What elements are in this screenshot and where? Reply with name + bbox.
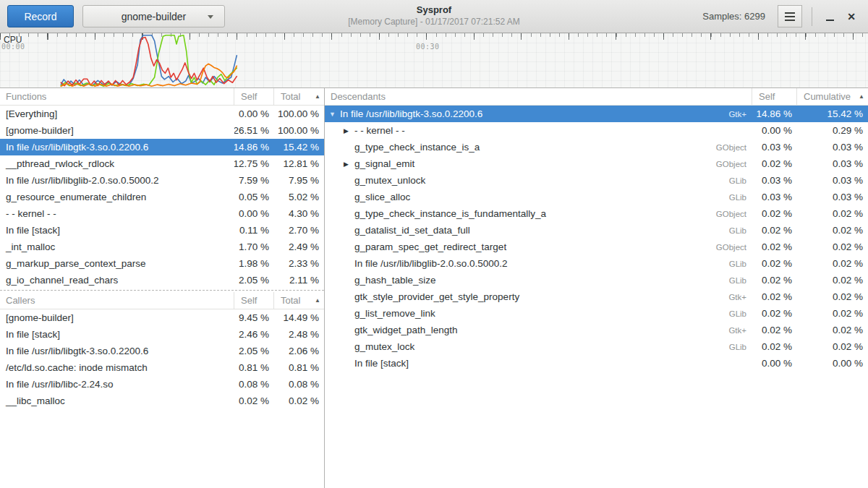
percent-value: 0.29 % (797, 122, 868, 139)
function-name: __pthread_rwlock_rdlock (6, 158, 114, 169)
table-row[interactable]: g_mutex_unlockGLib0.03 %0.03 % (325, 172, 868, 189)
library-tag: Gtk+ (728, 110, 752, 119)
library-tag: GObject (716, 143, 752, 152)
table-row[interactable]: g_param_spec_get_redirect_targetGObject0… (325, 239, 868, 255)
table-row[interactable]: g_type_check_instance_is_aGObject0.03 %0… (325, 139, 868, 155)
function-name-cell: g_datalist_id_set_data_fullGLib (325, 222, 752, 239)
function-name-cell: In file [stack] (325, 355, 752, 372)
function-name-cell: g_resource_enumerate_children (0, 189, 234, 205)
function-name-cell: _int_malloc (0, 239, 234, 255)
percent-value: 0.08 % (274, 376, 324, 393)
function-name-cell: In file /usr/lib/libglib-2.0.so.0.5000.2 (0, 172, 234, 189)
column-header-total[interactable]: Total ▲ (274, 292, 324, 309)
table-row[interactable]: g_datalist_id_set_data_fullGLib0.02 %0.0… (325, 222, 868, 239)
close-icon: ✕ (847, 11, 856, 22)
function-name-cell: In file [stack] (0, 222, 234, 239)
table-row[interactable]: g_resource_enumerate_children0.05 %5.02 … (0, 189, 324, 205)
percent-value: 2.05 % (234, 343, 274, 359)
library-tag: GLib (729, 176, 752, 185)
table-row[interactable]: In file /usr/lib/libglib-2.0.so.0.5000.2… (325, 255, 868, 272)
minimize-button[interactable] (819, 6, 841, 27)
table-row[interactable]: In file [stack]0.00 %0.00 % (325, 355, 868, 372)
function-name-cell: g_io_channel_read_chars (0, 272, 234, 288)
function-name-cell: [Everything] (0, 106, 234, 122)
table-row[interactable]: In file /usr/lib/libgtk-3.so.0.2200.614.… (0, 139, 324, 155)
table-row[interactable]: g_mutex_lockGLib0.02 %0.02 % (325, 338, 868, 355)
table-row[interactable]: g_markup_parse_context_parse1.98 %2.33 % (0, 255, 324, 272)
function-name-cell: g_mutex_lockGLib (325, 338, 752, 355)
table-row[interactable]: /etc/ld.so.cache: inode mismatch0.81 %0.… (0, 359, 324, 376)
descendants-rows: ▼In file /usr/lib/libgtk-3.so.0.2200.6Gt… (325, 106, 868, 488)
table-row[interactable]: ▶g_signal_emitGObject0.02 %0.03 % (325, 155, 868, 172)
table-row[interactable]: [Everything]0.00 %100.00 % (0, 106, 324, 122)
percent-value: 14.86 % (234, 139, 274, 155)
function-name-cell: In file [stack] (0, 326, 234, 343)
function-name: g_mutex_unlock (354, 175, 425, 186)
table-row[interactable]: __pthread_rwlock_rdlock12.75 %12.81 % (0, 155, 324, 172)
expander-closed-icon[interactable]: ▶ (344, 160, 354, 168)
cpu-usage-chart (0, 33, 868, 88)
percent-value: 2.70 % (274, 222, 324, 239)
function-name: g_signal_emit (354, 158, 414, 169)
table-row[interactable]: g_hash_table_sizeGLib0.02 %0.02 % (325, 272, 868, 288)
record-button[interactable]: Record (7, 5, 74, 27)
table-row[interactable]: g_list_remove_linkGLib0.02 %0.02 % (325, 305, 868, 322)
percent-value: 0.00 % (752, 122, 797, 139)
table-row[interactable]: g_type_check_instance_is_fundamentally_a… (325, 205, 868, 222)
column-header-total[interactable]: Total ▲ (274, 88, 324, 105)
table-row[interactable]: __libc_malloc0.02 %0.02 % (0, 393, 324, 409)
percent-value: 9.45 % (234, 309, 274, 326)
percent-value: 2.06 % (274, 343, 324, 359)
table-row[interactable]: [gnome-builder]9.45 %14.49 % (0, 309, 324, 326)
table-row[interactable]: In file [stack]0.11 %2.70 % (0, 222, 324, 239)
table-row[interactable]: [gnome-builder]26.51 %100.00 % (0, 122, 324, 139)
percent-value: 2.49 % (274, 239, 324, 255)
table-row[interactable]: In file [stack]2.46 %2.48 % (0, 326, 324, 343)
table-row[interactable]: In file /usr/lib/libgtk-3.so.0.2200.62.0… (0, 343, 324, 359)
function-name-cell: In file /usr/lib/libgtk-3.so.0.2200.6 (0, 343, 234, 359)
function-name-cell: g_mutex_unlockGLib (325, 172, 752, 189)
percent-value: 0.02 % (752, 155, 797, 172)
column-header-callers[interactable]: Callers (0, 292, 234, 309)
percent-value: 2.48 % (274, 326, 324, 343)
percent-value: 0.81 % (234, 359, 274, 376)
expander-open-icon[interactable]: ▼ (329, 111, 340, 118)
function-name: g_list_remove_link (354, 308, 435, 319)
column-header-self[interactable]: Self (234, 292, 274, 309)
percent-value: 0.03 % (752, 189, 797, 205)
percent-value: 2.46 % (234, 326, 274, 343)
function-name: In file /usr/lib/libc-2.24.so (6, 379, 114, 390)
table-row[interactable]: g_io_channel_read_chars2.05 %2.11 % (0, 272, 324, 288)
menu-button[interactable] (778, 5, 802, 27)
column-header-self[interactable]: Self (752, 88, 797, 105)
table-row[interactable]: In file /usr/lib/libc-2.24.so0.08 %0.08 … (0, 376, 324, 393)
functions-callers-pane: Functions Self Total ▲ [Everything]0.00 … (0, 88, 325, 488)
table-row[interactable]: g_slice_allocGLib0.03 %0.03 % (325, 189, 868, 205)
percent-value: 100.00 % (274, 122, 324, 139)
percent-value: 4.30 % (274, 205, 324, 222)
close-button[interactable]: ✕ (841, 6, 862, 27)
table-row[interactable]: ▶- - kernel - -0.00 %0.29 % (325, 122, 868, 139)
percent-value: 0.00 % (797, 355, 868, 372)
function-name-cell: /etc/ld.so.cache: inode mismatch (0, 359, 234, 376)
table-row[interactable]: In file /usr/lib/libglib-2.0.so.0.5000.2… (0, 172, 324, 189)
library-tag: GLib (729, 343, 752, 351)
process-selector-dropdown[interactable]: gnome-builder (82, 5, 225, 27)
table-row[interactable]: _int_malloc1.70 %2.49 % (0, 239, 324, 255)
function-name: g_param_spec_get_redirect_target (354, 241, 506, 252)
table-row[interactable]: gtk_widget_path_lengthGtk+0.02 %0.02 % (325, 322, 868, 338)
cpu-graph[interactable]: CPU 00:00 00:30 (0, 33, 868, 88)
percent-value: 1.98 % (234, 255, 274, 272)
column-header-cumulative[interactable]: Cumulative ▲ (797, 88, 868, 105)
expander-closed-icon[interactable]: ▶ (344, 127, 354, 134)
pane-splitter-handle[interactable] (0, 288, 324, 292)
column-header-self[interactable]: Self (234, 88, 274, 105)
table-row[interactable]: ▼In file /usr/lib/libgtk-3.so.0.2200.6Gt… (325, 106, 868, 122)
column-header-functions[interactable]: Functions (0, 88, 234, 105)
table-row[interactable]: - - kernel - -0.00 %4.30 % (0, 205, 324, 222)
function-name-cell: ▼In file /usr/lib/libgtk-3.so.0.2200.6Gt… (325, 106, 752, 122)
table-row[interactable]: gtk_style_provider_get_style_propertyGtk… (325, 288, 868, 305)
function-name-cell: In file /usr/lib/libc-2.24.so (0, 376, 234, 393)
column-header-descendants[interactable]: Descendants (325, 88, 752, 105)
library-tag: GLib (729, 260, 752, 268)
